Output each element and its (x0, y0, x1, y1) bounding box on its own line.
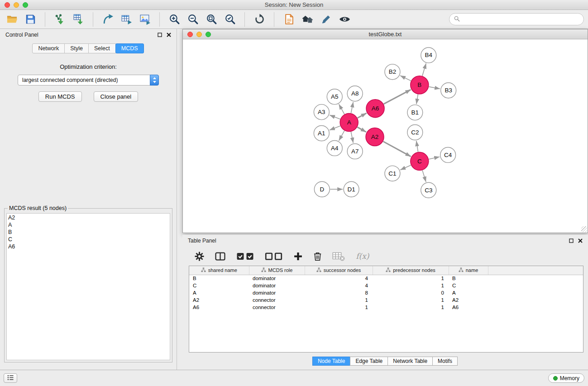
graph-edge-A-A3[interactable] (330, 115, 340, 119)
zoom-out-icon[interactable] (186, 12, 200, 27)
show-panels-button[interactable] (4, 373, 17, 383)
import-network-icon[interactable] (53, 12, 67, 27)
open-session-icon[interactable] (5, 12, 19, 27)
float-panel-icon[interactable] (158, 33, 162, 37)
mcds-result-item[interactable]: A6 (8, 243, 168, 250)
show-graphics-icon[interactable] (337, 12, 352, 27)
import-table-icon[interactable] (71, 12, 86, 27)
graph-node-B2[interactable]: B2 (385, 64, 400, 80)
graph-edge-A6-B[interactable] (384, 90, 411, 104)
graph-node-D1[interactable]: D1 (344, 181, 359, 197)
graph-node-A2[interactable]: A2 (366, 128, 384, 146)
graph-node-C4[interactable]: C4 (440, 147, 456, 162)
graph-edge-B-B1[interactable] (416, 94, 418, 104)
table-cell[interactable]: A6 (189, 304, 249, 311)
gear-icon[interactable] (195, 252, 204, 261)
home-layout-icon[interactable] (300, 12, 315, 27)
table-cell[interactable]: 1 (373, 296, 449, 304)
graph-node-C2[interactable]: C2 (407, 125, 423, 140)
column-header-name[interactable]: name (449, 266, 488, 275)
graph-node-A[interactable]: A (340, 114, 358, 132)
mcds-result-item[interactable]: C (8, 236, 168, 243)
graph-node-B4[interactable]: B4 (421, 48, 436, 63)
graph-edge-B-B4[interactable] (422, 63, 426, 76)
graph-edge-A-A6[interactable] (358, 113, 367, 118)
annotate-icon[interactable] (319, 12, 333, 27)
network-close-button[interactable] (187, 32, 193, 37)
network-canvas[interactable]: B4B2BB3A5A8A6A3B1AC2A1A2A4A7C4CC1DD1C3 (183, 40, 588, 233)
table-cell[interactable]: A (189, 289, 249, 296)
graph-edge-A2-C[interactable] (383, 142, 411, 157)
graph-edge-A-A1[interactable] (330, 126, 340, 130)
table-close-panel-icon[interactable] (578, 238, 583, 243)
close-window-button[interactable] (5, 2, 10, 8)
refresh-network-icon[interactable] (252, 12, 267, 27)
table-row[interactable]: Adominator80A (189, 289, 583, 296)
graph-node-C1[interactable]: C1 (385, 166, 400, 181)
graph-edge-A-A4[interactable] (339, 131, 344, 141)
select-all-icon[interactable] (236, 252, 254, 261)
graph-edge-C-C4[interactable] (429, 157, 440, 159)
save-session-icon[interactable] (23, 12, 38, 27)
window-resize-handle[interactable] (581, 226, 587, 232)
table-cell[interactable]: 1 (373, 275, 449, 282)
graph-node-A8[interactable]: A8 (347, 86, 363, 101)
tab-mcds[interactable]: MCDS (115, 43, 144, 53)
table-cell[interactable]: A2 (449, 296, 488, 304)
duplicate-view-icon[interactable] (282, 12, 296, 27)
graph-node-A6[interactable]: A6 (366, 100, 384, 118)
table-cell[interactable]: 4 (305, 275, 373, 282)
table-cell[interactable]: C (189, 282, 249, 289)
table-tab-edge-table[interactable]: Edge Table (350, 357, 388, 366)
column-header-mcds-role[interactable]: MCDS role (249, 266, 305, 275)
table-float-panel-icon[interactable] (569, 238, 574, 243)
table-cell[interactable]: B (189, 275, 249, 282)
table-row[interactable]: Bdominator41B (189, 275, 583, 282)
table-cell[interactable]: 1 (305, 296, 373, 304)
table-cell[interactable]: 1 (305, 304, 373, 311)
optimization-criterion-dropdown[interactable]: largest connected component (directed) (18, 75, 159, 86)
zoom-in-icon[interactable] (167, 12, 182, 27)
graph-node-A5[interactable]: A5 (327, 89, 342, 105)
table-cell[interactable]: A6 (449, 304, 488, 311)
table-row[interactable]: A2connector11A2 (189, 296, 583, 304)
table-row[interactable]: A6connector11A6 (189, 304, 583, 311)
mcds-result-item[interactable]: A (8, 221, 168, 229)
graph-edge-B-B3[interactable] (429, 87, 440, 89)
unselect-all-icon[interactable] (265, 252, 282, 261)
close-panel-icon[interactable] (167, 33, 171, 37)
table-cell[interactable]: A2 (189, 296, 249, 304)
network-minimize-button[interactable] (196, 32, 202, 37)
tab-select[interactable]: Select (88, 43, 116, 53)
zoom-selected-icon[interactable] (223, 12, 237, 27)
graph-edge-A-A5[interactable] (339, 104, 344, 114)
export-table-icon[interactable] (119, 12, 134, 27)
run-mcds-button[interactable]: Run MCDS (38, 91, 82, 102)
table-cell[interactable]: 4 (305, 282, 373, 289)
column-header-shared-name[interactable]: shared name (189, 266, 249, 275)
function-builder-button[interactable]: f(x) (356, 252, 369, 261)
graph-edge-A-A8[interactable] (351, 102, 353, 113)
delete-column-icon[interactable] (314, 252, 321, 261)
tab-network[interactable]: Network (32, 43, 65, 53)
export-network-icon[interactable] (100, 12, 115, 27)
table-tab-network-table[interactable]: Network Table (387, 357, 433, 366)
table-cell[interactable]: B (449, 275, 488, 282)
graph-edge-B-B2[interactable] (400, 76, 411, 81)
graph-edge-C-C1[interactable] (400, 165, 411, 170)
table-cell[interactable]: dominator (249, 275, 305, 282)
table-cell[interactable]: C (449, 282, 488, 289)
graph-node-A1[interactable]: A1 (314, 126, 329, 141)
graph-edge-A-A7[interactable] (351, 132, 353, 143)
graph-edge-C-C3[interactable] (422, 170, 426, 182)
table-cell[interactable]: dominator (249, 282, 305, 289)
network-graph[interactable]: B4B2BB3A5A8A6A3B1AC2A1A2A4A7C4CC1DD1C3 (183, 40, 588, 233)
table-row[interactable]: Cdominator41C (189, 282, 583, 289)
minimize-window-button[interactable] (14, 2, 19, 8)
search-box[interactable] (449, 13, 584, 25)
zoom-window-button[interactable] (23, 2, 28, 8)
graph-edge-C-C2[interactable] (416, 141, 418, 152)
tab-style[interactable]: Style (64, 43, 89, 53)
delete-table-icon[interactable] (332, 252, 345, 261)
mcds-result-item[interactable]: B (8, 229, 168, 236)
